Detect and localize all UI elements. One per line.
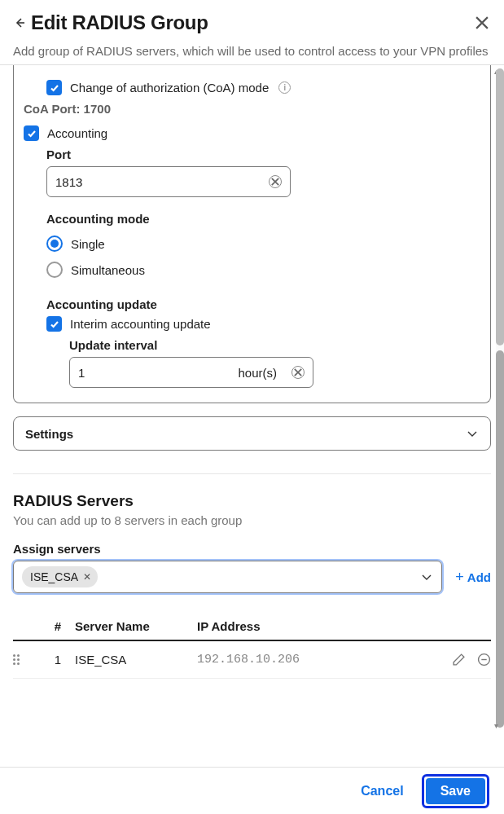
config-panel: Change of authorization (CoA) mode i CoA…: [13, 65, 491, 403]
save-button-highlight: Save: [422, 774, 489, 808]
clear-icon[interactable]: [269, 175, 282, 188]
radio-simultaneous-label: Simultaneous: [71, 263, 145, 277]
interim-label: Interim accounting update: [70, 317, 211, 331]
coa-port-label: CoA Port: 1700: [24, 102, 480, 116]
servers-heading: RADIUS Servers: [13, 492, 491, 510]
accounting-update-label: Accounting update: [46, 297, 480, 311]
radio-simultaneous[interactable]: [46, 262, 63, 278]
close-icon[interactable]: [473, 14, 491, 32]
accounting-label: Accounting: [47, 126, 107, 140]
edit-icon[interactable]: [452, 653, 466, 667]
dialog-header: Edit RADIUS Group Add group of RADIUS se…: [0, 0, 504, 64]
port-input[interactable]: 1813: [46, 166, 291, 197]
col-num: #: [41, 619, 75, 633]
chip-label: ISE_CSA: [30, 570, 78, 583]
page-subtitle: Add group of RADIUS servers, which will …: [13, 42, 491, 59]
radio-single-label: Single: [71, 237, 105, 251]
interim-checkbox[interactable]: [46, 316, 62, 332]
divider: [13, 473, 491, 474]
radio-single[interactable]: [46, 235, 63, 252]
drag-handle-icon[interactable]: [13, 654, 24, 665]
col-ip: IP Address: [197, 619, 434, 633]
scrollbar-thumb-bottom[interactable]: [496, 350, 504, 728]
add-label: Add: [467, 570, 491, 584]
dialog-footer: Cancel Save: [0, 767, 504, 814]
scrollbar-track: [496, 68, 504, 729]
plus-icon: +: [455, 569, 464, 586]
cancel-button[interactable]: Cancel: [351, 777, 413, 805]
coa-label: Change of authorization (CoA) mode: [70, 81, 269, 95]
row-ip: 192.168.10.206: [197, 653, 434, 667]
page-title: Edit RADIUS Group: [31, 11, 208, 34]
settings-accordion[interactable]: Settings: [13, 416, 491, 451]
interval-unit: hour(s): [238, 366, 277, 380]
chip-remove-icon[interactable]: ✕: [83, 571, 91, 583]
add-button[interactable]: + Add: [455, 569, 491, 586]
interval-input[interactable]: 1 hour(s): [69, 357, 313, 388]
col-name: Server Name: [75, 619, 197, 633]
port-label: Port: [46, 147, 480, 161]
servers-sub: You can add up to 8 servers in each grou…: [13, 513, 491, 527]
settings-label: Settings: [25, 427, 73, 441]
scroll-area: ▴ ▾ Change of authorization (CoA) mode i…: [0, 64, 504, 733]
table-row: 1 ISE_CSA 192.168.10.206: [13, 641, 491, 679]
row-num: 1: [41, 653, 75, 667]
port-value: 1813: [55, 175, 82, 189]
coa-checkbox[interactable]: [46, 80, 62, 95]
info-icon[interactable]: i: [278, 81, 291, 94]
accounting-checkbox[interactable]: [24, 125, 39, 141]
chevron-down-icon: [420, 570, 433, 583]
back-arrow-icon[interactable]: [13, 16, 26, 29]
chevron-down-icon: [466, 427, 479, 440]
save-button[interactable]: Save: [426, 778, 485, 804]
assign-select[interactable]: ISE_CSA ✕: [13, 561, 442, 593]
interval-value: 1: [78, 366, 85, 380]
scrollbar-thumb-top[interactable]: [496, 68, 504, 345]
assign-label: Assign servers: [13, 542, 491, 556]
clear-icon[interactable]: [291, 366, 305, 379]
server-chip: ISE_CSA ✕: [22, 566, 98, 587]
servers-table: # Server Name IP Address 1 ISE_CSA 192.1…: [13, 613, 491, 679]
scroll-down-arrow[interactable]: ▾: [494, 721, 504, 731]
remove-icon[interactable]: [477, 653, 491, 667]
interval-label: Update interval: [69, 338, 480, 352]
row-name: ISE_CSA: [75, 653, 197, 667]
accounting-mode-label: Accounting mode: [46, 212, 480, 226]
